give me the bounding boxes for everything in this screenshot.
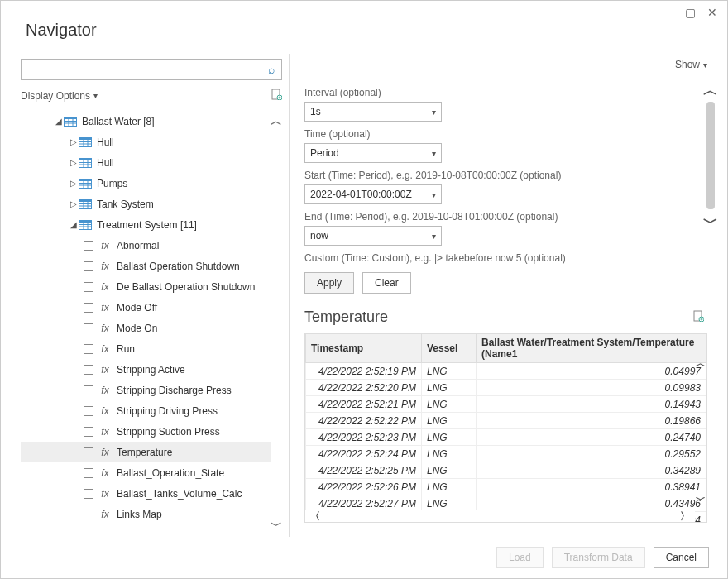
checkbox[interactable]: [84, 406, 93, 416]
search-icon[interactable]: ⌕: [261, 63, 281, 76]
data-table: Timestamp Vessel Ballast Water/Treatment…: [304, 333, 707, 523]
tree-item-ballast-operation-shutdown[interactable]: fxBallast Operation Shutdown: [21, 256, 271, 276]
close-icon[interactable]: ✕: [707, 6, 717, 19]
col-temperature[interactable]: Ballast Water/Treatment System/Temperatu…: [477, 334, 706, 363]
cell-value: 0.19866: [477, 413, 706, 429]
clear-button[interactable]: Clear: [362, 272, 411, 294]
new-page-icon[interactable]: [271, 89, 282, 103]
table-row[interactable]: 4/22/2022 2:52:19 PMLNG0.04997: [306, 363, 706, 380]
tree-item-stripping-discharge-press[interactable]: fxStripping Discharge Press: [21, 380, 271, 400]
start-label: Start (Time: Period), e.g. 2019-10-08T00…: [304, 170, 707, 181]
tree-label: Tank System: [97, 199, 154, 210]
search-field[interactable]: [22, 64, 261, 75]
scroll-right-icon[interactable]: 〉: [680, 510, 690, 524]
table-row[interactable]: 4/22/2022 2:52:23 PMLNG0.24740: [306, 429, 706, 446]
panel-scroll[interactable]: ︿ ﹀: [704, 79, 717, 537]
svg-rect-3: [65, 119, 76, 126]
checkbox[interactable]: [84, 261, 93, 271]
caret-down-icon[interactable]: ◢: [54, 117, 64, 126]
refresh-icon[interactable]: [692, 309, 704, 326]
caret-right-icon[interactable]: ▷: [69, 199, 79, 208]
checkbox[interactable]: [84, 447, 93, 457]
tree-item-mode-on[interactable]: fxMode On: [21, 318, 271, 338]
scroll-left-icon[interactable]: 〈: [310, 510, 320, 524]
tree-item-hull-2[interactable]: ▷ Hull: [21, 152, 271, 173]
table-row[interactable]: 4/22/2022 2:52:24 PMLNG0.29552: [306, 446, 706, 462]
table-heading: Temperature: [304, 309, 388, 326]
scroll-up-icon[interactable]: ︿: [703, 80, 718, 100]
checkbox[interactable]: [84, 468, 93, 478]
search-input[interactable]: ⌕: [21, 59, 282, 80]
checkbox[interactable]: [84, 282, 93, 292]
cell-value: 0.29552: [477, 446, 706, 462]
caret-right-icon[interactable]: ▷: [69, 158, 79, 167]
tree-scrollbar[interactable]: ︿ ﹀: [271, 111, 282, 537]
cell-value: 0.43496: [477, 495, 706, 512]
tree-item-ballast-tanks-volume-calc[interactable]: fxBallast_Tanks_Volume_Calc: [21, 483, 271, 504]
end-combo[interactable]: now ▾: [304, 226, 442, 246]
tree-item-abnormal[interactable]: fxAbnormal: [21, 235, 271, 256]
interval-combo[interactable]: 1s ▾: [304, 102, 442, 122]
cell-value: 0.24740: [477, 429, 706, 446]
checkbox[interactable]: [84, 344, 93, 354]
cell-timestamp: 4/22/2022 2:52:26 PM: [306, 479, 422, 495]
tree-item-ballast-operation-state[interactable]: fxBallast_Operation_State: [21, 462, 271, 483]
caret-right-icon[interactable]: ▷: [69, 179, 79, 188]
col-timestamp[interactable]: Timestamp: [306, 334, 422, 363]
checkbox[interactable]: [84, 365, 93, 375]
time-label: Time (optional): [304, 128, 707, 140]
cell-value: 0.38941: [477, 479, 706, 495]
table-hscroll[interactable]: 〈 〉: [305, 510, 695, 522]
time-combo[interactable]: Period ▾: [304, 143, 442, 163]
checkbox[interactable]: [84, 510, 93, 519]
tree-item-stripping-suction-press[interactable]: fxStripping Suction Press: [21, 421, 271, 442]
cell-value: 0.09983: [477, 380, 706, 396]
show-dropdown[interactable]: Show ▾: [304, 59, 707, 70]
checkbox[interactable]: [84, 303, 93, 313]
table-row[interactable]: 4/22/2022 2:52:26 PMLNG0.38941: [306, 479, 706, 495]
table-row[interactable]: 4/22/2022 2:52:22 PMLNG0.19866: [306, 413, 706, 429]
checkbox[interactable]: [84, 385, 93, 395]
tree-label: Ballast_Tanks_Volume_Calc: [117, 488, 242, 500]
caret-right-icon[interactable]: ▷: [69, 137, 79, 146]
start-combo[interactable]: 2022-04-01T00:00:00Z ▾: [304, 184, 442, 204]
fx-icon: fx: [98, 261, 112, 272]
tree-label: Stripping Suction Press: [117, 426, 220, 438]
tree-item-root[interactable]: ◢ Ballast Water [8]: [21, 111, 271, 132]
checkbox[interactable]: [84, 323, 93, 333]
scroll-up-icon[interactable]: ︿: [271, 114, 282, 129]
tree-item-temperature[interactable]: fxTemperature: [21, 442, 271, 462]
transform-data-button[interactable]: Transform Data: [552, 547, 645, 568]
tree-item-tank-system[interactable]: ▷ Tank System: [21, 194, 271, 214]
table-row[interactable]: 4/22/2022 2:52:27 PMLNG0.43496: [306, 495, 706, 512]
scroll-down-icon[interactable]: ﹀: [703, 213, 718, 232]
tree-item-mode-off[interactable]: fxMode Off: [21, 297, 271, 318]
tree-item-pumps[interactable]: ▷ Pumps: [21, 173, 271, 194]
tree-item-run[interactable]: fxRun: [21, 338, 271, 359]
tree-label: Abnormal: [117, 240, 159, 251]
table-icon: [79, 199, 92, 209]
checkbox[interactable]: [84, 489, 93, 499]
tree-item-treatment-system[interactable]: ◢ Treatment System [11]: [21, 214, 271, 235]
scroll-thumb[interactable]: [706, 102, 715, 209]
cell-value: 0.04997: [477, 363, 706, 380]
apply-button[interactable]: Apply: [304, 272, 354, 294]
col-vessel[interactable]: Vessel: [422, 334, 477, 363]
maximize-icon[interactable]: ▢: [685, 6, 696, 19]
tree-item-stripping-active[interactable]: fxStripping Active: [21, 359, 271, 380]
tree-item-hull-1[interactable]: ▷ Hull: [21, 132, 271, 152]
fx-icon: fx: [98, 240, 112, 251]
scroll-down-icon[interactable]: ﹀: [271, 519, 282, 534]
table-row[interactable]: 4/22/2022 2:52:20 PMLNG0.09983: [306, 380, 706, 396]
tree-item-de-ballast-operation-shutdown[interactable]: fxDe Ballast Operation Shutdown: [21, 276, 271, 297]
tree-item-links-map[interactable]: fxLinks Map: [21, 504, 271, 524]
display-options-dropdown[interactable]: Display Options ▾: [21, 90, 98, 102]
cancel-button[interactable]: Cancel: [654, 547, 709, 568]
tree-item-stripping-driving-press[interactable]: fxStripping Driving Press: [21, 400, 271, 421]
checkbox[interactable]: [84, 427, 93, 437]
load-button[interactable]: Load: [496, 547, 544, 568]
table-row[interactable]: 4/22/2022 2:52:25 PMLNG0.34289: [306, 462, 706, 479]
caret-down-icon[interactable]: ◢: [69, 220, 79, 229]
table-row[interactable]: 4/22/2022 2:52:21 PMLNG0.14943: [306, 396, 706, 413]
checkbox[interactable]: [84, 241, 93, 251]
